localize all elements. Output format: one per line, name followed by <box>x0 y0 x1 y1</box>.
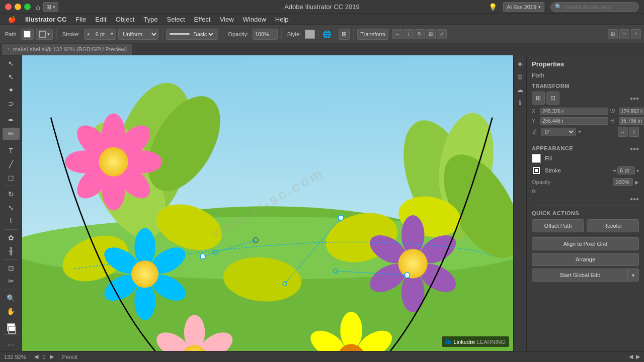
rotate-tool[interactable]: ↻ <box>3 188 20 201</box>
opacity-input[interactable] <box>253 29 278 40</box>
anchor-2[interactable] <box>200 254 205 259</box>
grid-view-button[interactable]: ⊞ ▾ <box>43 2 58 12</box>
shape-tool[interactable]: ◻ <box>3 171 20 184</box>
artboard-prev[interactable]: ◀ <box>629 353 633 360</box>
distribute-button[interactable]: ↗ <box>437 29 447 39</box>
stroke-swatch-panel[interactable] <box>532 166 541 175</box>
panel-view2-button[interactable]: ≡ <box>619 29 629 39</box>
appearance-more[interactable]: ●●● <box>630 146 639 151</box>
flip-h-control[interactable]: ↔ <box>618 127 628 137</box>
selection-tool[interactable]: ↖ <box>3 57 20 70</box>
x-input[interactable] <box>540 108 608 115</box>
flip-v-button[interactable]: ↕ <box>404 29 414 39</box>
flip-v-control[interactable]: ↕ <box>629 127 639 137</box>
stroke-profile-select[interactable]: Basic <box>166 29 218 40</box>
flip-h-button[interactable]: ↔ <box>392 29 403 39</box>
stroke-value-input[interactable] <box>91 29 109 40</box>
line-tool[interactable]: ╱ <box>3 158 20 170</box>
panel-more-button[interactable]: ≡ <box>631 29 641 39</box>
recolor-button[interactable]: Recolor <box>587 219 639 232</box>
scale-tool[interactable]: ⤡ <box>3 201 20 214</box>
home-icon[interactable]: ⌂ <box>36 3 40 11</box>
start-global-edit-button[interactable]: Start Global Edit <box>532 268 628 282</box>
graph-tool[interactable]: ╫ <box>3 245 20 257</box>
fill-swatch-panel[interactable] <box>532 154 541 163</box>
zoom-tool[interactable]: 🔍 <box>3 292 20 305</box>
globe-icon[interactable]: 🌐 <box>323 30 331 38</box>
warp-tool[interactable]: ⌇ <box>3 215 20 227</box>
nav-prev-button[interactable]: ◀ <box>34 353 38 360</box>
align-button[interactable]: ⊞ <box>426 29 436 39</box>
rotate-button[interactable]: ↻ <box>415 29 425 39</box>
text-tool[interactable]: T <box>3 144 20 157</box>
pen-tool[interactable]: ✒ <box>3 114 20 127</box>
symbol-tool[interactable]: ✿ <box>3 231 20 244</box>
menu-type[interactable]: Type <box>139 15 162 24</box>
info-icon[interactable]: ℹ <box>515 98 525 108</box>
menu-illustrator[interactable]: Illustrator CC <box>21 15 70 24</box>
properties-panel-content: Properties Path Transform ⊞ ⊡ ●●● X <box>527 55 644 351</box>
more-tools-button[interactable]: … <box>3 336 20 349</box>
align-grid-button[interactable]: ⊞ <box>339 29 350 40</box>
artboard-tool[interactable]: ⊡ <box>3 261 20 274</box>
h-input[interactable] <box>619 117 644 125</box>
fill-color-button[interactable] <box>21 29 34 40</box>
maximize-button[interactable] <box>24 4 31 10</box>
close-button[interactable] <box>5 4 12 10</box>
menu-window[interactable]: Window <box>239 15 270 24</box>
opacity-arrow-panel[interactable]: ▶ <box>635 179 639 185</box>
hand-tool[interactable]: ✋ <box>3 305 20 318</box>
menu-help[interactable]: Help <box>271 15 293 24</box>
search-bar[interactable]: 🔍 <box>550 2 639 12</box>
tab-close-icon[interactable]: × <box>7 46 10 52</box>
global-edit-dropdown[interactable]: ▾ <box>628 268 639 282</box>
stroke-value-panel[interactable] <box>617 166 635 174</box>
stroke-type-button[interactable]: ▾ <box>36 29 53 40</box>
path-label: Path <box>3 31 19 37</box>
transform-align-icon[interactable]: ⊡ <box>546 92 559 105</box>
w-field: W <box>610 108 644 115</box>
opacity-value-panel[interactable] <box>613 178 633 186</box>
bulb-icon[interactable]: 💡 <box>489 3 497 11</box>
transform-more-icon[interactable]: ●●● <box>630 96 639 101</box>
artboard-next[interactable]: ▶ <box>636 353 640 360</box>
properties-icon[interactable]: ◈ <box>515 58 525 68</box>
menu-object[interactable]: Object <box>112 15 139 24</box>
menu-file[interactable]: File <box>71 15 90 24</box>
y-input[interactable] <box>540 117 608 125</box>
stroke-type-select[interactable]: Uniform <box>118 29 158 40</box>
menu-effect[interactable]: Effect <box>190 15 215 24</box>
style-swatch[interactable] <box>305 30 315 39</box>
panel-view-button[interactable]: ⊞ <box>608 29 618 39</box>
document-tab[interactable]: × makeLabel.ai@ 132.92% (RGB/GPU Preview… <box>2 44 132 55</box>
slice-tool[interactable]: ✂ <box>3 275 20 288</box>
canvas-svg[interactable] <box>22 55 513 351</box>
menu-view[interactable]: View <box>216 15 238 24</box>
menu-edit[interactable]: Edit <box>91 15 110 24</box>
direct-selection-tool[interactable]: ↖ <box>3 71 20 83</box>
offset-path-button[interactable]: Offset Path <box>532 219 584 232</box>
w-input[interactable] <box>619 108 644 115</box>
profile-type-select[interactable]: Basic <box>191 29 215 40</box>
stroke-control[interactable] <box>8 326 16 334</box>
stroke-value-arrow[interactable]: ▾ <box>636 168 639 173</box>
nav-next-button[interactable]: ▶ <box>50 353 54 360</box>
stroke-stepper[interactable]: ▲ ▼ <box>84 29 117 40</box>
appearance-dots[interactable]: ●●● <box>630 196 639 202</box>
minimize-button[interactable] <box>15 4 21 10</box>
transform-grid-icon[interactable]: ⊞ <box>532 92 545 105</box>
apple-menu[interactable]: 🍎 <box>4 15 20 24</box>
search-input[interactable] <box>564 4 634 10</box>
angle-select[interactable]: 0° <box>541 128 576 136</box>
layers-icon[interactable]: ⊞ <box>515 71 525 81</box>
arrange-button[interactable]: Arrange <box>532 253 639 266</box>
cc-libraries-icon[interactable]: ☁ <box>515 84 525 95</box>
align-pixel-button[interactable]: Align to Pixel Grid <box>532 237 639 250</box>
magic-wand-tool[interactable]: ✦ <box>3 84 20 97</box>
workspace-switcher[interactable]: Ai Ess 2019 ▾ <box>503 2 544 12</box>
lasso-tool[interactable]: ⊃ <box>3 98 20 110</box>
menu-select[interactable]: Select <box>163 15 189 24</box>
angle-dropdown-icon[interactable]: ▾ <box>579 129 581 134</box>
pencil-tool[interactable]: ✏ <box>3 128 20 140</box>
transform-button[interactable]: Transform <box>357 29 388 40</box>
